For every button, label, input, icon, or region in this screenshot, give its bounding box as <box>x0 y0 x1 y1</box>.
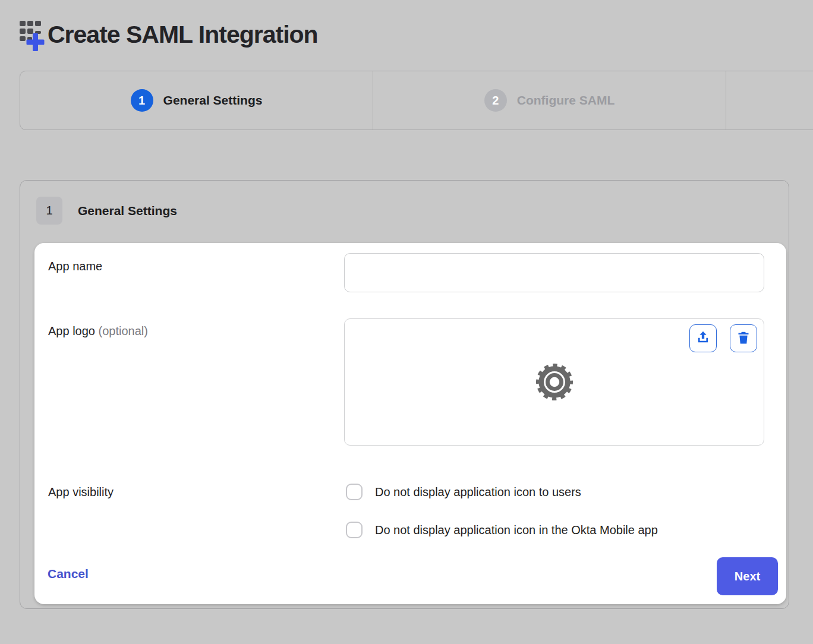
app-logo-optional-note: (optional) <box>99 324 148 337</box>
checkbox-label[interactable]: Do not display application icon in the O… <box>375 523 658 537</box>
gear-icon <box>536 364 573 400</box>
cancel-button[interactable]: Cancel <box>48 567 89 581</box>
step-partial-offscreen <box>726 71 813 130</box>
app-name-label: App name <box>48 258 102 274</box>
next-button[interactable]: Next <box>717 557 778 595</box>
step-configure-saml[interactable]: 2 Configure SAML <box>373 71 726 130</box>
step-general-settings[interactable]: 1 General Settings <box>20 71 373 130</box>
apps-grid-plus-icon <box>20 20 48 54</box>
delete-logo-button[interactable] <box>730 324 757 352</box>
step-number-badge: 2 <box>484 89 507 112</box>
app-visibility-label: App visibility <box>48 484 114 500</box>
app-logo-label: App logo (optional) <box>48 323 148 339</box>
hide-icon-users-checkbox[interactable] <box>346 484 363 500</box>
section-title: General Settings <box>78 197 177 225</box>
step-label: Configure SAML <box>517 93 615 108</box>
general-settings-panel: 1 General Settings App name App logo (op… <box>20 180 789 609</box>
hide-icon-mobile-checkbox[interactable] <box>346 522 363 538</box>
trash-icon <box>736 330 751 347</box>
visibility-option-row: Do not display application icon to users <box>346 484 581 500</box>
section-number-badge: 1 <box>36 197 62 225</box>
upload-icon <box>695 330 711 347</box>
general-settings-card: App name App logo (optional) <box>34 243 786 604</box>
checkbox-label[interactable]: Do not display application icon to users <box>375 485 581 499</box>
page-title: Create SAML Integration <box>48 18 318 51</box>
app-logo-preview <box>344 318 764 446</box>
step-label: General Settings <box>163 93 263 108</box>
app-name-input[interactable] <box>344 253 764 292</box>
logo-action-buttons <box>689 324 757 352</box>
wizard-steps-bar: 1 General Settings 2 Configure SAML <box>20 71 813 130</box>
visibility-option-row: Do not display application icon in the O… <box>346 522 658 538</box>
step-number-badge: 1 <box>131 89 153 112</box>
upload-logo-button[interactable] <box>689 324 717 352</box>
